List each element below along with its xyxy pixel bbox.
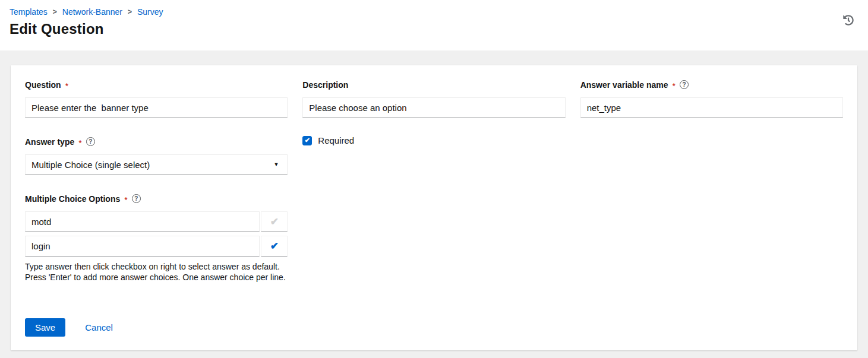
page-header: Templates > Network-Banner > Survey Edit… xyxy=(0,0,868,50)
required-asterisk: * xyxy=(124,196,127,204)
description-input[interactable] xyxy=(302,97,565,118)
choice-option-input-login[interactable] xyxy=(25,236,260,256)
required-checkbox-label[interactable]: Required xyxy=(318,135,354,145)
history-icon xyxy=(843,15,854,26)
page-content: Question * Answer type * ? Multiple Choi… xyxy=(0,50,868,350)
answer-type-select[interactable]: Multiple Choice (single select) ▼ xyxy=(25,154,288,175)
answer-variable-name-help-icon[interactable]: ? xyxy=(680,80,689,89)
choice-option-row: ✔ xyxy=(25,211,288,232)
page-title: Edit Question xyxy=(10,21,854,37)
answer-variable-name-group: Answer variable name * ? xyxy=(580,80,843,118)
breadcrumb-link-network-banner[interactable]: Network-Banner xyxy=(62,7,122,17)
breadcrumb-separator-icon: > xyxy=(53,8,57,16)
description-field-group: Description xyxy=(302,80,565,118)
multiple-choice-options-label: Multiple Choice Options xyxy=(25,194,120,204)
answer-type-label: Answer type xyxy=(25,137,74,147)
answer-type-field-group: Answer type * ? Multiple Choice (single … xyxy=(25,137,288,175)
choice-option-input-motd[interactable] xyxy=(25,211,260,232)
required-checkbox[interactable]: ✔ xyxy=(302,136,312,145)
options-helper-text: Type answer then click checkbox on right… xyxy=(25,261,288,283)
edit-question-card: Question * Answer type * ? Multiple Choi… xyxy=(11,65,857,350)
breadcrumb-link-templates[interactable]: Templates xyxy=(10,7,48,17)
cancel-link[interactable]: Cancel xyxy=(85,322,113,332)
answer-type-selected-value: Multiple Choice (single select) xyxy=(31,160,150,170)
save-button[interactable]: Save xyxy=(25,318,65,337)
check-icon: ✔ xyxy=(270,241,279,251)
default-toggle-button-login[interactable]: ✔ xyxy=(261,236,288,256)
form-column-1: Question * Answer type * ? Multiple Choi… xyxy=(25,80,288,337)
multiple-choice-options-group: Multiple Choice Options * ? ✔ ✔ xyxy=(25,194,288,283)
breadcrumb-separator-icon: > xyxy=(128,8,132,16)
required-asterisk: * xyxy=(673,82,676,90)
breadcrumb-link-survey[interactable]: Survey xyxy=(137,7,163,17)
default-toggle-button-motd[interactable]: ✔ xyxy=(261,211,288,232)
required-checkbox-row: ✔ Required xyxy=(302,135,565,145)
form-column-2: Description ✔ Required xyxy=(302,80,565,145)
check-icon: ✔ xyxy=(305,137,310,144)
chevron-down-icon: ▼ xyxy=(273,162,279,167)
answer-variable-name-input[interactable] xyxy=(580,97,843,118)
question-label: Question xyxy=(25,80,61,90)
answer-variable-name-label: Answer variable name xyxy=(580,80,668,90)
history-button[interactable] xyxy=(843,15,854,26)
breadcrumb: Templates > Network-Banner > Survey xyxy=(10,7,854,17)
answer-type-help-icon[interactable]: ? xyxy=(86,137,95,146)
multiple-choice-options-help-icon[interactable]: ? xyxy=(132,194,141,203)
description-label: Description xyxy=(302,80,348,90)
required-asterisk: * xyxy=(78,139,81,147)
edit-question-form: Question * Answer type * ? Multiple Choi… xyxy=(25,80,843,337)
form-actions: Save Cancel xyxy=(25,318,288,337)
check-icon: ✔ xyxy=(270,217,279,227)
choice-option-row: ✔ xyxy=(25,236,288,256)
form-column-3: Answer variable name * ? xyxy=(580,80,843,118)
required-asterisk: * xyxy=(65,82,68,90)
question-input[interactable] xyxy=(25,97,288,118)
question-field-group: Question * xyxy=(25,80,288,118)
